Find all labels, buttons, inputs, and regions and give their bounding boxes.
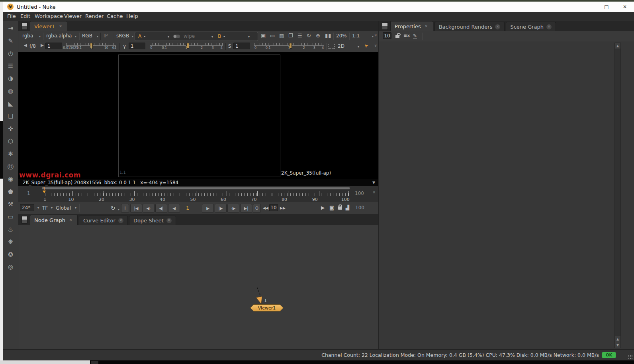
unlock-panels-icon[interactable] <box>395 35 399 38</box>
maximize-button[interactable]: □ <box>597 2 616 12</box>
playhead[interactable]: 1 <box>42 187 46 193</box>
menu-file[interactable]: File <box>7 12 16 21</box>
scroll-up-icon[interactable]: ▲ <box>615 43 620 49</box>
tab-dope-sheet[interactable]: Dope Sheet ✕ <box>129 216 176 225</box>
step-back-button[interactable]: ◀| <box>155 204 167 213</box>
tab-viewer1[interactable]: Viewer1 ✕ <box>30 21 67 31</box>
close-tab-icon[interactable]: ✕ <box>495 24 500 29</box>
deep-icon[interactable]: Ⓓ <box>7 164 15 170</box>
viewer1-node-label[interactable]: Viewer1 <box>250 305 283 311</box>
goto-end-button[interactable]: ▶| <box>240 204 252 213</box>
gamma-slider[interactable]: 0 0.1 1 2 3 4 <box>150 43 223 51</box>
furnace-icon[interactable]: ♨ <box>7 226 15 233</box>
color-sample-icon[interactable]: ➤ <box>363 42 370 49</box>
merge-icon[interactable]: ❏ <box>7 113 15 120</box>
node-input-arrow[interactable] <box>251 287 267 305</box>
lock-range-icon[interactable] <box>338 206 342 210</box>
scroll-down-icon[interactable]: ▼ <box>615 342 620 348</box>
tab-scene-graph[interactable]: Scene Graph ✕ <box>506 22 556 31</box>
3d-icon[interactable]: ⬡ <box>7 138 15 145</box>
menu-viewer[interactable]: Viewer <box>64 12 82 21</box>
collapse-toolbar-icon[interactable]: » <box>373 34 378 37</box>
play-forward-button[interactable]: ▶ <box>202 204 214 213</box>
tab-background-renders[interactable]: Background Renders ✕ <box>434 22 505 31</box>
frame-increment-field[interactable]: 10 <box>269 204 278 211</box>
roi-icon[interactable] <box>329 44 335 49</box>
other-nodes-icon[interactable]: ▭ <box>7 214 15 220</box>
input-process-toggle[interactable]: IP <box>104 33 108 39</box>
toolsets-icon[interactable]: ⚒ <box>7 201 15 208</box>
channels-dropdown[interactable]: rgba <box>22 33 33 39</box>
menu-render[interactable]: Render <box>85 12 104 21</box>
next-keyframe-button[interactable]: ·▶ <box>227 204 239 213</box>
scroll-up-icon[interactable]: ▲ <box>615 336 620 342</box>
wipe-overlay-icon[interactable]: ❐ <box>288 33 293 39</box>
panel-menu-icon[interactable] <box>382 22 388 30</box>
gain-slider[interactable]: 0.015625 0.1 1 10 64 <box>66 43 116 51</box>
metadata-icon[interactable]: ⬟ <box>7 189 15 195</box>
playhead-marker-icon[interactable] <box>43 191 46 193</box>
fps-dropdown[interactable]: 24* <box>20 204 34 211</box>
range-end-value[interactable]: 100 <box>355 191 364 196</box>
float-window-icon[interactable]: ▭ <box>270 33 275 39</box>
zoom-level-dropdown[interactable]: 20% <box>336 33 347 39</box>
playback-range-end[interactable]: 100 <box>353 204 371 211</box>
loop-mode-icon[interactable]: ↻ <box>111 205 115 211</box>
close-tab-icon[interactable]: ✕ <box>68 218 73 223</box>
viewer1-node[interactable]: Viewer1 <box>250 304 284 311</box>
menu-workspace[interactable]: Workspace <box>35 12 63 21</box>
decrement-frame-icon[interactable]: ◀◀ <box>263 206 268 210</box>
viewer-canvas[interactable]: 1,1 2K_Super_35(full-ap) www.dgrai.com <box>18 52 378 179</box>
flipbook-icon[interactable]: ▶ <box>321 205 325 210</box>
next-stop-icon[interactable]: ▶ <box>41 43 44 47</box>
menu-cache[interactable]: Cache <box>107 12 123 21</box>
b-input-dropdown[interactable]: - <box>223 33 225 39</box>
goto-start-button[interactable]: |◀ <box>130 204 142 213</box>
color-icon[interactable]: ◑ <box>7 75 15 82</box>
set-out-button[interactable]: O <box>253 204 261 213</box>
image-icon[interactable]: ⇥ <box>7 25 15 32</box>
tab-curve-editor[interactable]: Curve Editor ✕ <box>79 216 128 225</box>
tab-node-graph[interactable]: Node Graph ✕ <box>30 215 78 225</box>
particles-icon[interactable]: ✻ <box>7 151 15 158</box>
close-all-panels-icon[interactable]: ≡x <box>403 33 410 38</box>
timeline-range-bar[interactable] <box>42 187 350 189</box>
view-mode-dropdown[interactable]: 2D <box>338 43 344 49</box>
step-forward-button[interactable]: |▶ <box>215 204 227 213</box>
colorspace-dropdown[interactable]: sRGB <box>116 33 129 39</box>
node-graph-canvas[interactable]: 1 Viewer1 <box>18 225 378 349</box>
a-input-dropdown[interactable]: - <box>144 33 145 39</box>
collapse-toolbar-icon[interactable]: » <box>373 44 378 47</box>
edit-node-names-icon[interactable]: ✎ <box>413 33 417 39</box>
range-start-value[interactable]: 1 <box>27 191 30 196</box>
increment-frame-icon[interactable]: ▶▶ <box>280 206 286 210</box>
draw-icon[interactable]: ✎ <box>7 38 15 45</box>
current-frame-value[interactable]: 1 <box>186 205 189 211</box>
close-tab-icon[interactable]: ✕ <box>166 218 172 223</box>
properties-scrollbar[interactable]: ▲ ▲ ▼ <box>614 43 621 348</box>
cattery-icon[interactable]: ✪ <box>7 251 15 258</box>
frame-range-dropdown[interactable]: Global <box>56 205 71 211</box>
alpha-channel-dropdown[interactable]: rgba.alpha <box>46 33 72 39</box>
play-backward-button[interactable]: ◀ <box>168 204 180 213</box>
time-icon[interactable]: ◷ <box>7 50 15 57</box>
panel-menu-icon[interactable] <box>22 216 27 224</box>
ramp-icon[interactable]: ▟ <box>346 205 349 210</box>
transform-icon[interactable]: ✜ <box>7 126 15 132</box>
update-icon[interactable]: ⊕ <box>316 33 320 39</box>
minimize-button[interactable]: — <box>579 2 597 12</box>
saturation-slider[interactable]: 0 0.1 1 2 3 4 <box>254 43 324 51</box>
gamma-field[interactable]: 1 <box>129 43 145 49</box>
filter-icon[interactable]: ◍ <box>7 88 15 95</box>
close-tab-icon[interactable]: ✕ <box>58 24 63 29</box>
menu-help[interactable]: Help <box>126 12 138 21</box>
sparkles-icon[interactable]: ❋ <box>7 239 15 245</box>
wipe-mode-dropdown[interactable]: wipe <box>184 33 195 39</box>
views-icon[interactable]: ◉ <box>7 176 15 183</box>
ofx-icon[interactable]: ◎ <box>7 264 15 271</box>
tab-properties[interactable]: Properties ✕ <box>390 21 433 31</box>
info-dropdown-icon[interactable]: ▼ <box>372 181 375 185</box>
close-button[interactable]: ✕ <box>616 2 634 12</box>
timeline-ruler[interactable]: 1 <box>42 191 350 197</box>
fullframe-icon[interactable]: ◙ <box>329 205 334 210</box>
